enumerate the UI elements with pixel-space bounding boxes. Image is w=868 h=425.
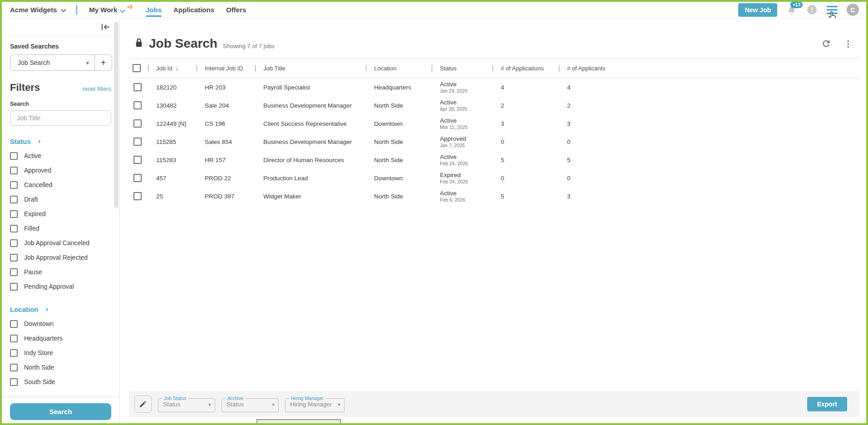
export-button[interactable]: Export <box>807 397 847 411</box>
job-status-dropdown-value: Status <box>163 401 180 408</box>
collapse-sidebar-icon[interactable] <box>101 23 110 31</box>
saved-search-value: Job Search <box>18 59 50 66</box>
nav-item-jobs[interactable]: Jobs <box>146 2 162 18</box>
table-row[interactable]: 122449 [N]CS 196Client Success Represent… <box>129 114 859 133</box>
chevron-down-icon: ▾ <box>338 401 340 408</box>
status-option-draft[interactable]: Draft <box>2 192 119 207</box>
checkbox[interactable] <box>10 349 18 357</box>
status-option-pause[interactable]: Pause <box>2 265 119 279</box>
select-all-checkbox[interactable] <box>133 64 141 72</box>
chevron-down-icon: ▾ <box>208 401 211 408</box>
job-status-dropdown[interactable]: Job Status Status▾ <box>158 395 215 412</box>
status-option-approved[interactable]: Approved <box>2 163 119 178</box>
column-header-internal-job-id[interactable]: Internal Job ID <box>197 65 255 72</box>
location-section-toggle[interactable]: Location › <box>10 305 111 314</box>
column-header-applications[interactable]: # of Applications <box>493 65 559 72</box>
table-row[interactable]: 182120HR 203Payroll SpecialistHeadquarte… <box>129 78 859 96</box>
add-saved-search-button[interactable]: + <box>94 55 112 70</box>
archive-dropdown[interactable]: Archive Status▾ <box>222 395 279 412</box>
status-date: Feb 6, 2026 <box>440 197 465 203</box>
checkbox[interactable] <box>10 239 18 247</box>
location-option-north-side[interactable]: North Side <box>2 360 119 375</box>
row-checkbox[interactable] <box>133 192 142 200</box>
location-option-downtown[interactable]: Downtown <box>2 316 119 331</box>
sidebar-scrollbar[interactable] <box>114 22 118 208</box>
reset-filters-link[interactable]: reset filters <box>82 85 111 92</box>
notifications-bell-icon[interactable]: +13 <box>786 5 797 15</box>
location-option-south-side[interactable]: South Side <box>2 375 119 389</box>
lock-icon <box>134 37 143 50</box>
cell-job-id: 25 <box>148 193 197 200</box>
row-checkbox[interactable] <box>133 83 142 91</box>
user-avatar[interactable]: C <box>847 4 859 16</box>
status-date: Jan 7, 2026 <box>440 143 465 148</box>
cell-job-title: Client Success Representative <box>255 120 366 127</box>
cell-applicants: 0 <box>559 175 627 182</box>
row-checkbox[interactable] <box>133 119 142 128</box>
company-menu[interactable]: Acme Widgets <box>10 6 66 14</box>
location-option-indy-store[interactable]: Indy Store <box>2 346 119 360</box>
table-row[interactable]: 130482Sale 204Business Development Manag… <box>129 96 859 114</box>
table-row[interactable]: 115285Sales 854Business Development Mana… <box>129 133 859 151</box>
checkbox[interactable] <box>10 364 18 371</box>
checkbox[interactable] <box>10 152 18 160</box>
nav-item-my-work[interactable]: My Work +5 <box>89 2 134 18</box>
status-section-toggle[interactable]: Status › <box>10 137 111 146</box>
status-option-job-approval-canceled[interactable]: Job Approval Canceled <box>2 236 119 250</box>
cell-location: North Side <box>366 157 432 163</box>
job-title-search-input[interactable] <box>10 110 111 126</box>
status-option-filled[interactable]: Filled <box>2 221 119 236</box>
table-row[interactable]: 115283HR 157Director of Human ResourcesN… <box>129 151 859 169</box>
nav-item-offers[interactable]: Offers <box>226 2 246 18</box>
checkbox[interactable] <box>10 167 18 174</box>
row-checkbox[interactable] <box>133 101 142 109</box>
status-option-pending-approval[interactable]: Pending Approval <box>2 279 119 294</box>
cell-job-id: 115283 <box>148 157 197 163</box>
column-header-applicants[interactable]: # of Applicants <box>559 65 627 72</box>
column-header-status[interactable]: Status <box>432 65 493 72</box>
checkbox[interactable] <box>10 225 18 232</box>
cell-applications: 3 <box>493 120 559 127</box>
cell-job-id: 115285 <box>148 138 197 145</box>
saved-search-select[interactable]: Job Search ▾ <box>10 55 94 70</box>
nav-item-applications[interactable]: Applications <box>173 2 214 18</box>
status-option-active[interactable]: Active <box>2 148 119 163</box>
cell-applications: 4 <box>493 84 559 91</box>
hiring-manager-dropdown[interactable]: Hiring Manager Hiring Manager▾ <box>285 395 345 412</box>
checkbox[interactable] <box>10 196 18 203</box>
cell-applications: 0 <box>493 138 559 145</box>
page-title: Job Search <box>149 36 217 51</box>
column-header-job-id[interactable]: Job Id↓ <box>148 64 197 72</box>
column-header-job-title[interactable]: Job Title <box>255 65 366 72</box>
status-option-expired[interactable]: Expired <box>2 207 119 221</box>
location-option-headquarters[interactable]: Headquarters <box>2 331 119 346</box>
checkbox[interactable] <box>10 335 18 342</box>
search-button[interactable]: Search <box>10 403 111 420</box>
checkbox[interactable] <box>10 181 18 189</box>
checkbox[interactable] <box>10 378 18 386</box>
kebab-menu-icon[interactable]: ⋮ <box>844 39 853 49</box>
row-checkbox[interactable] <box>133 174 142 182</box>
hamburger-menu-icon[interactable] <box>827 6 838 14</box>
row-checkbox[interactable] <box>133 138 142 146</box>
checkbox[interactable] <box>10 210 18 218</box>
checkbox[interactable] <box>10 320 18 328</box>
saved-searches-label: Saved Searches <box>10 43 112 50</box>
status-option-cancelled[interactable]: Cancelled <box>2 178 119 192</box>
table-row[interactable]: 457PROD 22Production LeadDowntownExpired… <box>129 169 859 187</box>
new-job-button[interactable]: New Job <box>738 3 777 17</box>
refresh-icon[interactable] <box>821 39 831 49</box>
row-checkbox[interactable] <box>133 156 142 164</box>
checkbox[interactable] <box>10 254 18 262</box>
column-header-location[interactable]: Location <box>366 65 432 72</box>
edit-pencil-button[interactable] <box>134 395 152 413</box>
alert-seal-icon[interactable] <box>806 4 818 15</box>
status-option-job-approval-rejected[interactable]: Job Approval Rejected <box>2 250 119 265</box>
table-row[interactable]: 25PROD 397Widget MakerNorth SideActiveFe… <box>129 187 859 205</box>
cell-status: ActiveJan 29, 2026 <box>432 81 493 94</box>
cell-applicants: 5 <box>559 157 627 163</box>
checkbox[interactable] <box>10 283 18 291</box>
chevron-down-icon: ▾ <box>86 59 89 66</box>
filters-sidebar: Saved Searches Job Search ▾ + Filters re… <box>2 18 120 423</box>
checkbox[interactable] <box>10 268 18 276</box>
